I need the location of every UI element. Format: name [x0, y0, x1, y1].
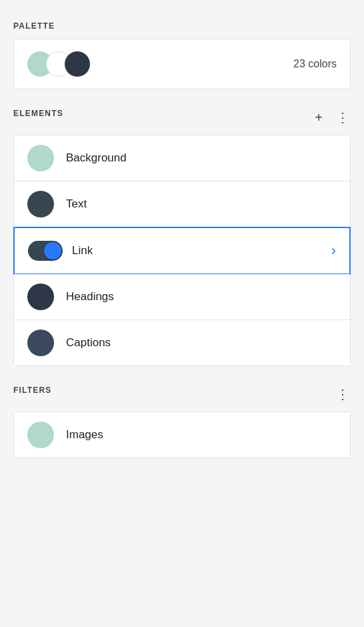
filters-header: FILTERS ⋮: [13, 385, 351, 404]
elements-more-button[interactable]: ⋮: [335, 108, 351, 127]
link-toggle[interactable]: [28, 237, 65, 264]
element-dot-background: [27, 145, 54, 171]
filters-list: Images: [13, 412, 351, 458]
toggle-thumb: [44, 242, 61, 259]
palette-card[interactable]: 23 colors: [13, 39, 351, 89]
element-label-headings: Headings: [66, 290, 337, 303]
palette-count: 23 colors: [293, 58, 337, 70]
toggle-track: [28, 241, 63, 261]
element-dot-text: [27, 191, 54, 217]
element-label-link: Link: [72, 244, 331, 257]
elements-actions: + ⋮: [313, 108, 351, 127]
elements-section-label: ELEMENTS: [13, 109, 63, 118]
palette-color-circles: [27, 51, 90, 77]
filter-label-images: Images: [66, 428, 337, 442]
palette-section-label: PALETTE: [13, 21, 351, 31]
palette-section: PALETTE 23 colors: [13, 21, 351, 89]
element-dot-captions: [27, 330, 54, 356]
element-row-text[interactable]: Text: [14, 181, 350, 227]
filter-row-images[interactable]: Images: [14, 412, 350, 458]
element-row-headings[interactable]: Headings: [14, 274, 350, 320]
elements-section: ELEMENTS + ⋮ Background Text Link ›: [13, 108, 351, 366]
palette-circle-dark: [65, 51, 90, 77]
element-label-captions: Captions: [66, 336, 337, 350]
element-row-background[interactable]: Background: [14, 135, 350, 181]
element-label-text: Text: [66, 197, 337, 211]
elements-list: Background Text Link › Headings Captions: [13, 135, 351, 366]
filter-dot-images: [27, 422, 54, 448]
filters-more-button[interactable]: ⋮: [335, 385, 351, 404]
link-chevron-icon: ›: [331, 242, 336, 259]
element-row-captions[interactable]: Captions: [14, 320, 350, 366]
filters-section: FILTERS ⋮ Images: [13, 385, 351, 458]
add-element-button[interactable]: +: [313, 109, 324, 127]
element-label-background: Background: [66, 151, 337, 165]
filters-section-label: FILTERS: [13, 386, 52, 395]
element-row-link[interactable]: Link ›: [13, 227, 351, 275]
elements-header: ELEMENTS + ⋮: [13, 108, 351, 127]
element-dot-headings: [27, 283, 54, 310]
